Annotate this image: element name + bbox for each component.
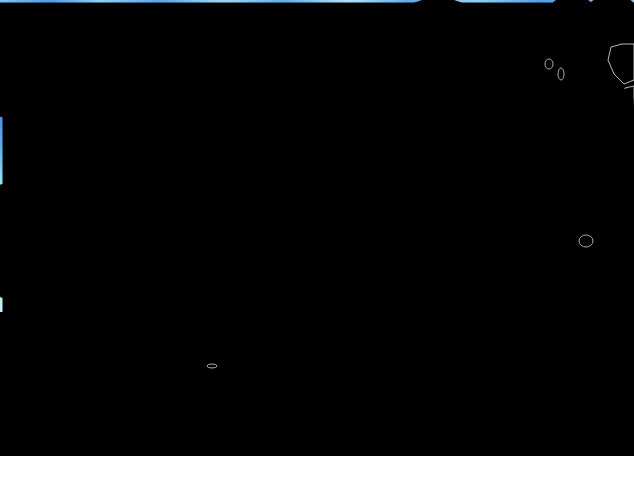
- precip-light-core: [604, 322, 630, 342]
- precipitation-map: [0, 0, 634, 456]
- top-edge-precip-band: [0, 0, 634, 3]
- legend-bar: [0, 456, 634, 490]
- weather-map-page: [0, 0, 634, 490]
- map-canvas: [0, 0, 634, 456]
- dead-sea: [352, 289, 359, 316]
- color-scale: [0, 456, 634, 490]
- legend-title: [2, 455, 26, 471]
